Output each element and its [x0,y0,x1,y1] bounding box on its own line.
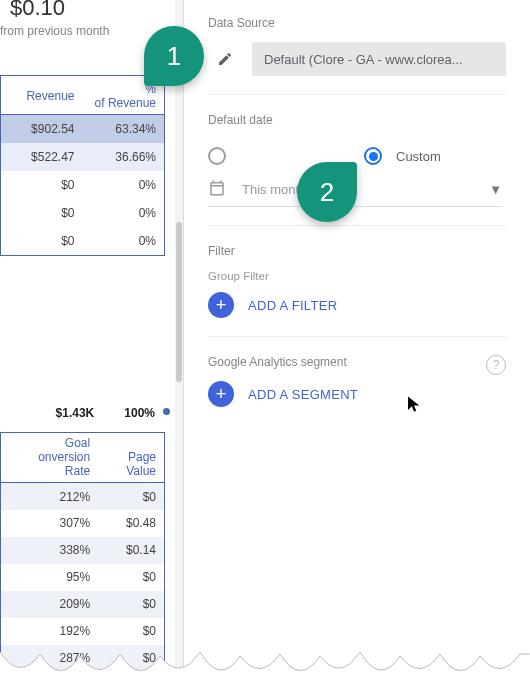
totals-row: $1.43K 100% [0,398,165,428]
help-icon[interactable]: ? [486,355,506,375]
revenue-table[interactable]: Revenue % of Revenue $902.5463.34% $522.… [0,75,165,256]
add-segment-button[interactable]: + ADD A SEGMENT [208,381,506,407]
table-row[interactable]: 212%$0 [1,483,164,510]
table-row[interactable]: $00% [1,227,164,255]
table-row[interactable]: 307%$0.48 [1,510,164,537]
radio-custom[interactable] [364,147,382,165]
cursor-icon [405,395,423,416]
metric-subtext: from previous month [0,24,109,38]
table-row[interactable]: 287%$0 [1,645,164,672]
table-row[interactable]: 192%$0 [1,618,164,645]
caret-down-icon: ▼ [489,182,502,197]
pencil-icon [217,51,233,67]
metric-value: $0.10 [10,0,65,21]
data-source-label: Data Source [208,16,506,30]
col-revenue[interactable]: Revenue [1,76,83,115]
conversion-table[interactable]: Goal onversion Rate PageValue 212%$0 307… [0,432,165,673]
section-data-source: Data Source Default (Clore - GA - www.cl… [208,16,506,95]
table-row[interactable]: $522.4736.66% [1,143,164,171]
add-filter-label: ADD A FILTER [248,298,337,313]
annotation-callout-1: 1 [144,26,204,86]
table-row[interactable]: 209%$0 [1,591,164,618]
section-date-range: Default date Custom This month ▼ [208,113,506,226]
add-segment-label: ADD A SEGMENT [248,387,358,402]
radio-custom-label: Custom [396,149,441,164]
plus-icon: + [208,381,234,407]
col-page-value[interactable]: PageValue [98,433,164,483]
report-canvas: $0.10 from previous month Revenue % of R… [0,0,175,690]
table-row[interactable]: 338%$0.14 [1,537,164,564]
date-range-label: Default date [208,113,506,127]
edit-data-source-button[interactable] [208,42,242,76]
table-row[interactable]: 95%$0 [1,564,164,591]
filter-label: Filter [208,244,506,258]
total-revenue: $1.43K [56,406,95,420]
col-goal-rate[interactable]: Goal onversion Rate [1,433,98,483]
radio-auto[interactable] [208,147,226,165]
group-filter-label: Group Filter [208,270,506,282]
properties-panel: Data Source Default (Clore - GA - www.cl… [183,0,530,690]
total-pct: 100% [124,406,155,420]
annotation-callout-2: 2 [297,162,357,222]
calendar-icon [208,179,228,200]
plus-icon: + [208,292,234,318]
section-segment: ? Google Analytics segment + ADD A SEGME… [208,355,506,425]
add-filter-button[interactable]: + ADD A FILTER [208,292,506,318]
section-filter: Filter Group Filter + ADD A FILTER [208,244,506,337]
table-row[interactable]: $00% [1,171,164,199]
data-source-chip[interactable]: Default (Clore - GA - www.clorea... [252,42,506,76]
segment-label: Google Analytics segment [208,355,506,369]
table-row[interactable]: $00% [1,199,164,227]
table-row[interactable]: $902.5463.34% [1,115,164,143]
selection-handle[interactable] [163,408,170,415]
scrollbar-thumb[interactable] [176,222,182,382]
